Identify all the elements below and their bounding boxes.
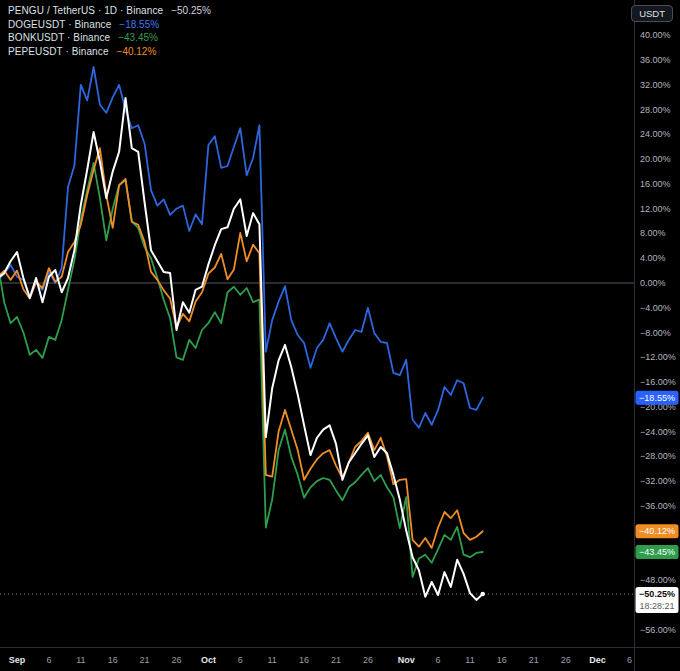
- price-scale-label: −4.00%: [640, 303, 671, 313]
- compare-symbol-title: DOGEUSDT · Binance: [8, 18, 111, 32]
- price-scale-label: 20.00%: [640, 154, 671, 164]
- price-badge-value: −43.45%: [639, 547, 675, 557]
- currency-unit-button[interactable]: USDT: [631, 5, 673, 22]
- last-price-dot: [481, 592, 485, 596]
- legend-row-bonkusdt[interactable]: BONKUSDT · Binance −43.45%: [8, 31, 211, 45]
- price-scale-label: −12.00%: [640, 352, 676, 362]
- chart-window: 40.00%36.00%32.00%28.00%24.00%20.00%16.0…: [0, 0, 680, 671]
- time-scale-month-label: Oct: [201, 655, 216, 665]
- time-scale-day-label: 21: [331, 655, 341, 665]
- price-scale-label: 28.00%: [640, 105, 671, 115]
- time-scale-day-label: 26: [561, 655, 571, 665]
- compare-change-value: −18.55%: [119, 18, 159, 32]
- price-chart-canvas[interactable]: 40.00%36.00%32.00%28.00%24.00%20.00%16.0…: [0, 0, 680, 671]
- symbol-change-value: −50.25%: [171, 4, 211, 18]
- price-scale-label: 0.00%: [640, 278, 666, 288]
- time-scale-day-label: 11: [76, 655, 85, 665]
- legend-row-dogeusdt[interactable]: DOGEUSDT · Binance −18.55%: [8, 18, 211, 32]
- price-scale-label: 4.00%: [640, 253, 666, 263]
- time-scale-month-label: Sep: [9, 655, 26, 665]
- price-badge-value: −40.12%: [639, 526, 675, 536]
- compare-change-value: −40.12%: [117, 45, 157, 59]
- price-scale-label: −36.00%: [640, 501, 676, 511]
- series-lines-group: [0, 67, 485, 600]
- compare-symbol-title: BONKUSDT · Binance: [8, 31, 110, 45]
- time-scale-day-label: 26: [171, 655, 181, 665]
- price-scale-label: −28.00%: [640, 451, 676, 461]
- price-scale-label: 24.00%: [640, 129, 671, 139]
- price-scale-label: −32.00%: [640, 476, 676, 486]
- time-scale-day-label: 11: [465, 655, 474, 665]
- time-scale-day-label: 21: [529, 655, 539, 665]
- price-scale-label: −8.00%: [640, 328, 671, 338]
- price-scale-label: 16.00%: [640, 179, 671, 189]
- time-scale-day-label: 11: [268, 655, 277, 665]
- compare-change-value: −43.45%: [118, 31, 158, 45]
- time-scale-day-label: 6: [627, 655, 632, 665]
- time-scale-month-label: Dec: [589, 655, 606, 665]
- time-scale-day-label: 16: [108, 655, 118, 665]
- time-scale-day-label: 16: [497, 655, 507, 665]
- price-scale-label: −48.00%: [640, 575, 676, 585]
- time-scale-day-label: 16: [299, 655, 309, 665]
- symbol-title: PENGU / TetherUS · 1D · Binance: [8, 4, 163, 18]
- legend-row-pepeusdt[interactable]: PEPEUSDT · Binance −40.12%: [8, 45, 211, 59]
- price-scale-label: −24.00%: [640, 427, 676, 437]
- time-scale-day-label: 6: [46, 655, 51, 665]
- compare-symbol-title: PEPEUSDT · Binance: [8, 45, 109, 59]
- price-scale-label: 8.00%: [640, 228, 666, 238]
- price-scale-label: −16.00%: [640, 377, 676, 387]
- legend: PENGU / TetherUS · 1D · Binance −50.25% …: [8, 4, 211, 58]
- price-scale-label: 36.00%: [640, 55, 671, 65]
- axis-borders: [0, 0, 680, 671]
- time-scale-month-label: Nov: [398, 655, 415, 665]
- price-scale-label: 32.00%: [640, 80, 671, 90]
- time-scale-day-label: 6: [238, 655, 243, 665]
- series-line-dogeusdt[interactable]: [0, 67, 483, 428]
- price-scale-label: 40.00%: [640, 30, 671, 40]
- bar-close-countdown: 18:28:21: [639, 601, 674, 611]
- time-scale[interactable]: Sep611162126Oct611162126Nov611162126Dec6: [9, 655, 632, 665]
- time-scale-day-label: 21: [140, 655, 150, 665]
- price-badge-value: −50.25%: [639, 589, 675, 599]
- price-scale[interactable]: 40.00%36.00%32.00%28.00%24.00%20.00%16.0…: [640, 30, 676, 634]
- price-scale-label: −56.00%: [640, 625, 676, 635]
- price-badge-value: −18.55%: [639, 393, 675, 403]
- time-scale-day-label: 26: [363, 655, 373, 665]
- price-scale-label: 12.00%: [640, 204, 671, 214]
- legend-row-main-symbol[interactable]: PENGU / TetherUS · 1D · Binance −50.25%: [8, 4, 211, 18]
- time-scale-day-label: 6: [436, 655, 441, 665]
